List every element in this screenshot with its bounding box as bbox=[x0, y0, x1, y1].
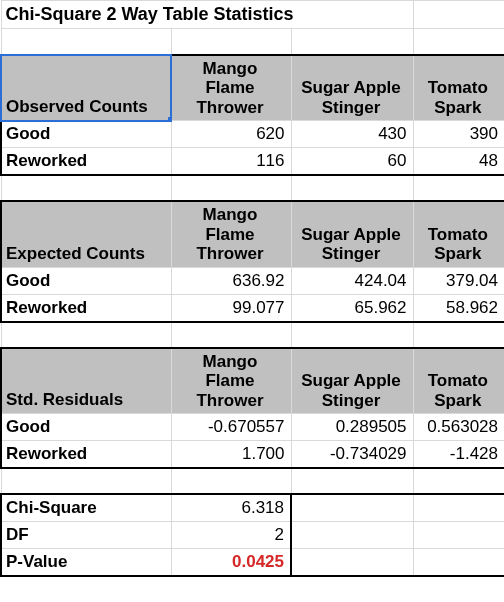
table-row: Good 636.92 424.04 379.04 bbox=[1, 267, 504, 294]
table-row: Good 620 430 390 bbox=[1, 121, 504, 148]
empty-cell bbox=[291, 522, 413, 549]
expected-header-row: Expected Counts MangoFlameThrower Sugar … bbox=[1, 201, 504, 267]
col-header-3[interactable]: TomatoSpark bbox=[413, 55, 504, 121]
row-label[interactable]: Reworked bbox=[1, 148, 171, 176]
col-header-2[interactable]: Sugar AppleStinger bbox=[291, 348, 413, 414]
col-header-3[interactable]: TomatoSpark bbox=[413, 348, 504, 414]
spacer-row bbox=[1, 175, 504, 201]
summary-row: DF 2 bbox=[1, 522, 504, 549]
empty-cell bbox=[291, 494, 413, 522]
summary-row: Chi-Square 6.318 bbox=[1, 494, 504, 522]
row-label[interactable]: Reworked bbox=[1, 294, 171, 322]
expected-label-cell[interactable]: Expected Counts bbox=[1, 201, 171, 267]
col-header-1[interactable]: MangoFlameThrower bbox=[171, 348, 291, 414]
observed-header-row: Observed Counts MangoFlameThrower Sugar … bbox=[1, 55, 504, 121]
col-header-2[interactable]: Sugar AppleStinger bbox=[291, 201, 413, 267]
row-label[interactable]: Good bbox=[1, 267, 171, 294]
data-cell[interactable]: 65.962 bbox=[291, 294, 413, 322]
data-cell[interactable]: 379.04 bbox=[413, 267, 504, 294]
table-row: Reworked 99.077 65.962 58.962 bbox=[1, 294, 504, 322]
data-cell[interactable]: 58.962 bbox=[413, 294, 504, 322]
p-value-label[interactable]: P-Value bbox=[1, 549, 171, 577]
data-cell[interactable]: 424.04 bbox=[291, 267, 413, 294]
data-cell[interactable]: 636.92 bbox=[171, 267, 291, 294]
p-value[interactable]: 0.0425 bbox=[171, 549, 291, 577]
df-label[interactable]: DF bbox=[1, 522, 171, 549]
page-title: Chi-Square 2 Way Table Statistics bbox=[1, 1, 413, 29]
title-row: Chi-Square 2 Way Table Statistics bbox=[1, 1, 504, 29]
selection-handle-icon[interactable] bbox=[168, 117, 172, 121]
col-header-1[interactable]: MangoFlameThrower bbox=[171, 55, 291, 121]
row-label[interactable]: Good bbox=[1, 414, 171, 441]
summary-row: P-Value 0.0425 bbox=[1, 549, 504, 577]
table-row: Reworked 1.700 -0.734029 -1.428 bbox=[1, 441, 504, 469]
table-row: Reworked 116 60 48 bbox=[1, 148, 504, 176]
row-label[interactable]: Reworked bbox=[1, 441, 171, 469]
col-header-3[interactable]: TomatoSpark bbox=[413, 201, 504, 267]
data-cell[interactable]: 430 bbox=[291, 121, 413, 148]
data-cell[interactable]: 48 bbox=[413, 148, 504, 176]
empty-cell bbox=[291, 549, 413, 577]
chi-square-value[interactable]: 6.318 bbox=[171, 494, 291, 522]
chi-square-label[interactable]: Chi-Square bbox=[1, 494, 171, 522]
observed-label-cell[interactable]: Observed Counts bbox=[1, 55, 171, 121]
data-cell[interactable]: 1.700 bbox=[171, 441, 291, 469]
empty-cell bbox=[413, 549, 504, 577]
table-row: Good -0.670557 0.289505 0.563028 bbox=[1, 414, 504, 441]
data-cell[interactable]: 116 bbox=[171, 148, 291, 176]
row-label[interactable]: Good bbox=[1, 121, 171, 148]
data-cell[interactable]: -0.670557 bbox=[171, 414, 291, 441]
observed-label: Observed Counts bbox=[6, 97, 148, 116]
residuals-header-row: Std. Residuals MangoFlameThrower Sugar A… bbox=[1, 348, 504, 414]
residuals-label-cell[interactable]: Std. Residuals bbox=[1, 348, 171, 414]
spacer-row bbox=[1, 322, 504, 348]
data-cell[interactable]: -1.428 bbox=[413, 441, 504, 469]
spreadsheet: Chi-Square 2 Way Table Statistics Observ… bbox=[0, 0, 504, 577]
data-cell[interactable]: 390 bbox=[413, 121, 504, 148]
col-header-2[interactable]: Sugar AppleStinger bbox=[291, 55, 413, 121]
empty-cell bbox=[413, 1, 504, 29]
data-cell[interactable]: 0.289505 bbox=[291, 414, 413, 441]
data-cell[interactable]: 99.077 bbox=[171, 294, 291, 322]
col-header-1[interactable]: MangoFlameThrower bbox=[171, 201, 291, 267]
spacer-row bbox=[1, 29, 504, 55]
data-cell[interactable]: 60 bbox=[291, 148, 413, 176]
empty-cell bbox=[413, 522, 504, 549]
data-cell[interactable]: -0.734029 bbox=[291, 441, 413, 469]
df-value[interactable]: 2 bbox=[171, 522, 291, 549]
data-cell[interactable]: 0.563028 bbox=[413, 414, 504, 441]
empty-cell bbox=[413, 494, 504, 522]
data-cell[interactable]: 620 bbox=[171, 121, 291, 148]
spacer-row bbox=[1, 468, 504, 494]
